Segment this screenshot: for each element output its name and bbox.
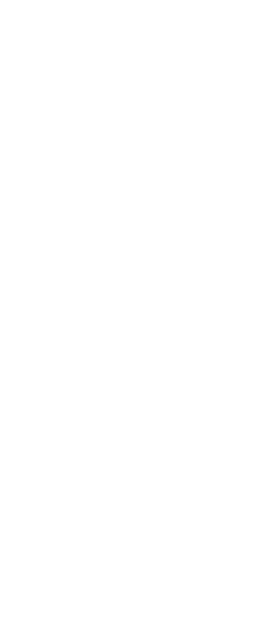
sequence-diagram xyxy=(0,0,276,644)
